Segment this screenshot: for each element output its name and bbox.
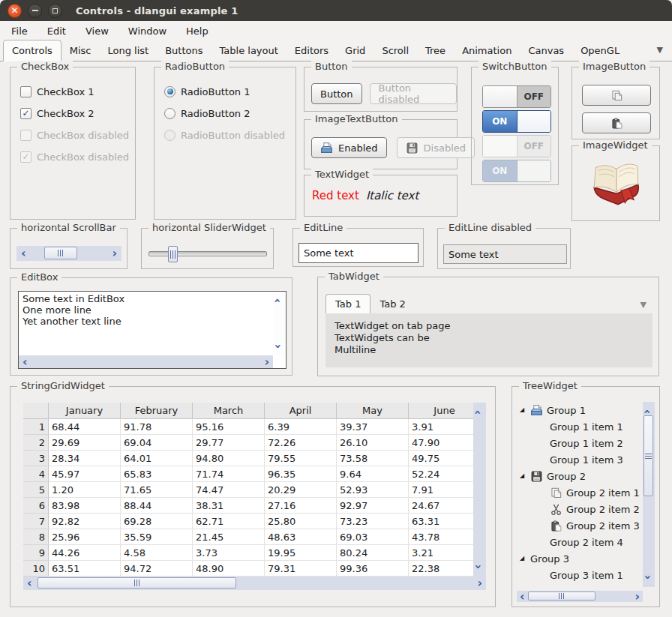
switch-button[interactable]: ON [482,160,551,182]
expander-icon[interactable]: ◢ [520,556,526,562]
scroll-up-icon[interactable]: ‹ [272,298,284,304]
grid-cell[interactable]: 48.63 [265,529,337,545]
scrollbar-thumb[interactable] [38,577,236,589]
editbox-vscrollbar[interactable]: ‹ ‹ [273,292,286,355]
switch-button[interactable]: OFF [482,135,551,157]
grid-cell[interactable]: 3.73 [193,545,265,561]
image-button[interactable] [582,85,651,106]
grid-cell[interactable]: 71.74 [193,466,265,482]
expander-icon[interactable]: ◢ [520,407,526,413]
grid-column-header[interactable]: April [265,403,337,419]
string-grid[interactable]: JanuaryFebruaryMarchAprilMayJune 1 68.44… [23,403,486,590]
scroll-down-icon[interactable]: ‹ [641,575,653,580]
horizontal-slider[interactable] [148,242,267,266]
grid-cell[interactable]: 74.47 [193,482,265,498]
tab-widget-tab[interactable]: Tab 1 [326,294,370,313]
menu-item[interactable]: File [2,22,38,40]
main-tab[interactable]: Animation [454,40,520,61]
grid-cell[interactable]: 35.59 [121,529,193,545]
menu-item[interactable]: Edit [38,22,76,40]
grid-cell[interactable]: 64.01 [121,451,193,466]
checkbox[interactable]: ✓ CheckBox 2 [20,107,129,119]
push-button[interactable]: Button [311,83,362,104]
grid-cell[interactable]: 73.23 [337,514,409,529]
main-tab[interactable]: Editors [286,40,337,61]
scroll-right-icon[interactable]: › [634,591,640,603]
grid-cell[interactable]: 94.72 [121,561,193,577]
grid-cell[interactable]: 29.69 [49,435,121,451]
horizontal-scrollbar[interactable]: ‹ › [16,246,122,261]
tree-node[interactable]: ◢ Group 3 item 2 [517,583,643,587]
grid-cell[interactable]: 29.77 [193,435,265,451]
maximize-icon[interactable] [48,4,62,18]
main-tab[interactable]: Grid [337,40,374,61]
grid-cell[interactable]: 94.80 [193,451,265,466]
close-icon[interactable]: ✕ [8,4,22,18]
tree-node[interactable]: ◢ Group 1 item 3 [517,451,643,468]
tree-node[interactable]: ◢ Group 1 item 1 [517,418,643,435]
grid-cell[interactable]: 21.45 [193,529,265,545]
minimize-icon[interactable] [28,4,42,18]
scroll-right-icon[interactable]: › [477,577,482,589]
grid-cell[interactable]: 22.38 [409,561,473,577]
tree-node[interactable]: ◢ Group 2 item 1 [517,484,643,501]
grid-cell[interactable]: 28.34 [49,451,121,466]
switch-button[interactable]: OFF [482,85,551,108]
grid-cell[interactable]: 96.35 [265,466,337,482]
scroll-left-icon[interactable]: ‹ [520,591,525,603]
grid-cell[interactable]: 63.31 [409,514,473,529]
tree-vscrollbar[interactable]: ‹ ‹ [643,402,655,587]
expander-icon[interactable]: ◢ [520,473,526,479]
main-tab[interactable]: Buttons [157,40,211,61]
grid-cell[interactable]: 4.58 [121,545,193,561]
slider-handle[interactable] [168,246,178,262]
tree-node[interactable]: ◢ Group 1 item 2 [517,435,643,451]
push-button[interactable]: Button disabled [370,83,457,104]
checkbox[interactable]: ✓ CheckBox 1 [20,85,129,97]
grid-cell[interactable]: 44.26 [49,545,121,561]
checkbox[interactable]: ✓ CheckBox disabled [20,129,129,141]
grid-column-header[interactable]: January [49,403,121,419]
checkbox[interactable]: ✓ CheckBox disabled [20,151,129,163]
grid-column-header[interactable]: February [121,403,193,419]
grid-cell[interactable]: 72.26 [265,435,337,451]
scroll-down-icon[interactable]: ‹ [272,344,284,349]
grid-hscrollbar[interactable]: ‹ › [23,577,486,590]
grid-cell[interactable]: 25.96 [49,529,121,545]
grid-cell[interactable]: 69.28 [121,514,193,529]
grid-cell[interactable]: 6.39 [265,419,337,435]
grid-cell[interactable]: 26.10 [337,435,409,451]
grid-cell[interactable]: 69.04 [121,435,193,451]
grid-cell[interactable]: 83.98 [49,498,121,514]
grid-cell[interactable]: 69.03 [337,529,409,545]
scrollbar-thumb[interactable] [44,247,77,259]
grid-cell[interactable]: 3.21 [409,545,473,561]
tab-widget-overflow-icon[interactable]: ▼ [640,300,646,310]
grid-cell[interactable]: 25.80 [265,514,337,529]
grid-cell[interactable]: 1.20 [49,482,121,498]
grid-cell[interactable]: 88.44 [121,498,193,514]
main-tab[interactable]: Long list [100,40,158,61]
grid-cell[interactable]: 91.78 [121,419,193,435]
switch-button[interactable]: ON [482,110,551,133]
tree-hscrollbar[interactable]: ‹ › [517,591,643,602]
radio-button[interactable]: RadioButton disabled [164,129,285,141]
scroll-right-icon[interactable]: › [112,247,117,259]
image-button[interactable] [582,112,651,133]
grid-vscrollbar[interactable]: ‹ ‹ [473,403,486,577]
scroll-left-icon[interactable]: ‹ [27,577,32,589]
scroll-up-icon[interactable]: ‹ [641,409,653,415]
main-tab[interactable]: Scroll [374,40,417,61]
main-tab[interactable]: Tree [417,40,454,61]
grid-cell[interactable]: 99.36 [337,561,409,577]
scrollbar-thumb[interactable] [528,592,596,601]
main-tab[interactable]: Canvas [520,40,572,61]
grid-cell[interactable]: 79.55 [265,451,337,466]
grid-cell[interactable]: 27.16 [265,498,337,514]
tree-node[interactable]: ◢ Group 2 item 4 [517,534,643,550]
grid-cell[interactable]: 52.93 [337,482,409,498]
tab-overflow-arrow-icon[interactable]: ▼ [657,45,669,61]
grid-cell[interactable]: 62.71 [193,514,265,529]
grid-cell[interactable]: 9.64 [337,466,409,482]
grid-cell[interactable]: 38.31 [193,498,265,514]
